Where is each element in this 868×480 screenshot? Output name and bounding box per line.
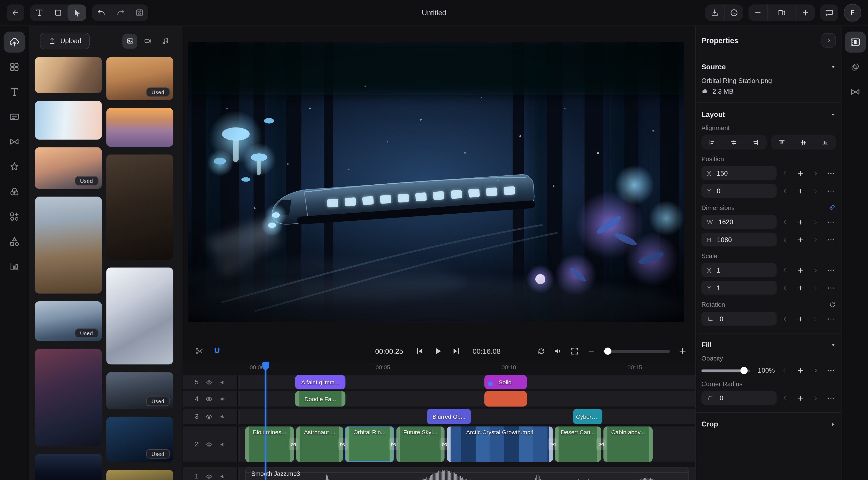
zoom-slider-thumb[interactable]: [604, 348, 612, 355]
track-1-mute-toggle[interactable]: [219, 473, 226, 480]
align-top-button[interactable]: [771, 135, 793, 150]
more-options-button[interactable]: [827, 266, 835, 274]
rotation-field[interactable]: 0: [701, 312, 776, 326]
next-keyframe-button[interactable]: [812, 367, 819, 374]
position-y-field[interactable]: Y 0: [701, 184, 776, 198]
track-3-mute-toggle[interactable]: [219, 413, 226, 420]
add-keyframe-button[interactable]: [797, 367, 804, 374]
media-thumb-forest-train-night[interactable]: Used: [106, 417, 173, 462]
clip-blurred-op[interactable]: Blurred Op...: [427, 409, 471, 424]
rail-item-animations[interactable]: [844, 56, 865, 77]
timeline-zoom-slider[interactable]: [603, 350, 670, 353]
triangle-down-icon[interactable]: [830, 112, 836, 117]
media-thumb-lavender-field-sunset[interactable]: [106, 108, 173, 147]
scale-y-field[interactable]: Y 1: [701, 281, 776, 295]
next-keyframe-button[interactable]: [812, 395, 819, 401]
height-field[interactable]: H 1080: [701, 233, 776, 246]
rail-item-transitions[interactable]: [4, 131, 25, 152]
redo-button[interactable]: [111, 4, 129, 21]
back-button[interactable]: [7, 4, 25, 21]
layout-section-header[interactable]: Layout: [701, 110, 836, 118]
scale-x-field[interactable]: X 1: [701, 263, 776, 277]
track-5-visibility-toggle[interactable]: [206, 379, 213, 386]
zoom-fit-button[interactable]: Fit: [767, 4, 796, 21]
clip-cyberp[interactable]: Cyberp...: [572, 409, 602, 424]
more-options-button[interactable]: [827, 367, 835, 374]
next-keyframe-button[interactable]: [812, 236, 819, 243]
media-thumb-orbital-ring-station-thumb[interactable]: [35, 454, 102, 480]
add-keyframe-button[interactable]: [797, 266, 804, 274]
next-keyframe-button[interactable]: [812, 218, 819, 225]
clip-doodle-fa[interactable]: Doodle Fa...: [295, 391, 346, 407]
more-options-button[interactable]: [827, 218, 835, 226]
media-thumb-dark-queen-portrait[interactable]: [106, 155, 173, 260]
select-tool-button[interactable]: [67, 4, 86, 21]
rail-item-media-properties[interactable]: [844, 32, 865, 53]
clip-desert-can[interactable]: Desert Can...: [554, 426, 601, 462]
reset-rotation-icon[interactable]: [829, 301, 836, 308]
media-thumb-cliff-house-above-clouds[interactable]: Used: [35, 147, 102, 189]
track-3-visibility-toggle[interactable]: [206, 413, 213, 420]
track-2-lane[interactable]: Biolumines...Astronaut ...Orbital Rin...…: [238, 426, 695, 462]
next-keyframe-button[interactable]: [812, 284, 819, 291]
align-left-button[interactable]: [701, 135, 723, 150]
play-button[interactable]: [433, 346, 443, 356]
add-keyframe-button[interactable]: [797, 218, 804, 226]
crop-section-header[interactable]: Crop: [701, 420, 836, 428]
download-button[interactable]: [705, 4, 724, 21]
clip-orbital-rin[interactable]: Orbital Rin...: [345, 426, 394, 462]
avatar[interactable]: F: [844, 4, 862, 22]
playhead[interactable]: [262, 362, 269, 480]
clip-biolumines[interactable]: Biolumines...: [245, 426, 294, 462]
track-5-lane[interactable]: A faint glimm...Solid: [238, 375, 695, 389]
version-history-button[interactable]: [724, 4, 743, 21]
clip-cabin-abov[interactable]: Cabin abov...: [603, 426, 653, 462]
timeline-zoom-in-button[interactable]: [678, 346, 688, 356]
add-keyframe-button[interactable]: [797, 187, 804, 195]
previous-keyframe-button[interactable]: [782, 218, 788, 225]
width-field[interactable]: W 1620: [701, 215, 776, 229]
track-4-visibility-toggle[interactable]: [206, 395, 213, 402]
previous-keyframe-button[interactable]: [782, 267, 788, 273]
track-1-lane[interactable]: Smooth Jazz.mp3: [238, 467, 695, 480]
videos-tab[interactable]: [140, 34, 155, 49]
add-keyframe-button[interactable]: [797, 394, 804, 402]
document-title[interactable]: Untitled: [422, 8, 446, 17]
track-1-visibility-toggle[interactable]: [206, 473, 213, 480]
add-keyframe-button[interactable]: [797, 169, 804, 177]
preview-canvas[interactable]: [188, 42, 684, 322]
next-keyframe-button[interactable]: [812, 170, 819, 176]
clip-arctic-crystal-growth-mp4[interactable]: Arctic Crystal Growth.mp4: [447, 426, 553, 462]
shape-tool-button[interactable]: [49, 4, 67, 21]
add-keyframe-button[interactable]: [797, 284, 804, 292]
transition-icon[interactable]: [338, 438, 347, 450]
skip-forward-button[interactable]: [452, 347, 461, 356]
more-options-button[interactable]: [827, 236, 835, 243]
rail-item-plugins[interactable]: [4, 206, 25, 227]
rail-item-captions[interactable]: [4, 106, 25, 127]
add-keyframe-button[interactable]: [797, 315, 804, 323]
position-x-field[interactable]: X 150: [701, 166, 776, 180]
clip-future-skyl[interactable]: Future Skyl...: [396, 426, 444, 462]
opacity-slider[interactable]: [701, 369, 750, 372]
zoom-out-button[interactable]: [748, 4, 767, 21]
track-3-lane[interactable]: Blurred Op...Cyberp...: [238, 409, 695, 424]
transition-icon[interactable]: [596, 438, 606, 450]
corner-radius-field[interactable]: 0: [701, 391, 776, 405]
rail-item-text[interactable]: [4, 82, 25, 102]
align-middle-button[interactable]: [793, 135, 814, 150]
snapping-toggle[interactable]: [213, 347, 221, 356]
mute-toggle[interactable]: [554, 347, 562, 356]
more-options-button[interactable]: [827, 394, 835, 402]
comments-button[interactable]: [820, 4, 838, 21]
clip-a-faint-glimm[interactable]: A faint glimm...: [295, 375, 346, 389]
opacity-slider-thumb[interactable]: [741, 367, 748, 374]
more-options-button[interactable]: [827, 284, 835, 292]
add-keyframe-button[interactable]: [797, 236, 804, 243]
link-dimensions-icon[interactable]: [829, 204, 836, 211]
media-thumb-desert-canyon-pool-villa[interactable]: Used: [106, 57, 173, 100]
clip-astronaut[interactable]: Astronaut ...: [296, 426, 343, 462]
track-2-visibility-toggle[interactable]: [206, 441, 213, 448]
align-bottom-button[interactable]: [814, 135, 836, 150]
previous-keyframe-button[interactable]: [782, 170, 788, 176]
